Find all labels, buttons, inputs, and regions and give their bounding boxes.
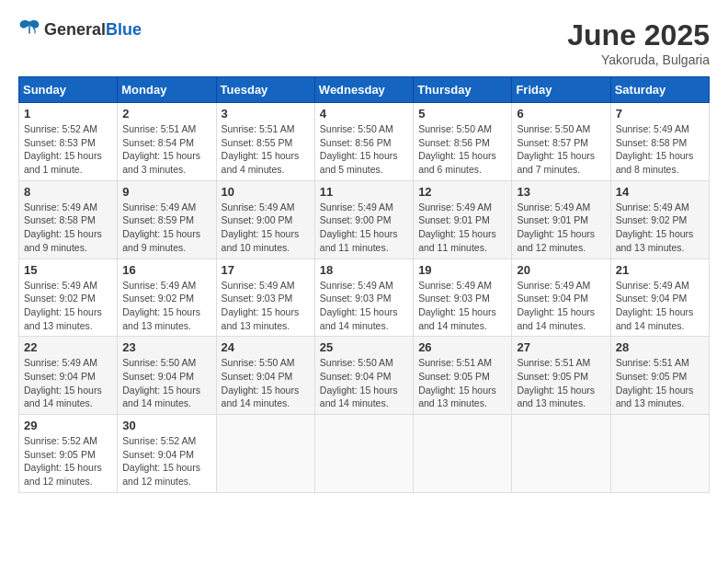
logo-bird-icon	[18, 18, 40, 37]
header-saturday: Saturday	[610, 77, 709, 103]
day-number: 23	[122, 340, 210, 354]
day-info: Sunrise: 5:51 AM Sunset: 8:54 PM Dayligh…	[122, 122, 210, 177]
day-info: Sunrise: 5:49 AM Sunset: 9:03 PM Dayligh…	[222, 279, 310, 333]
day-number: 10	[222, 185, 310, 199]
header-sunday: Sunday	[19, 77, 118, 103]
table-row: 8 Sunrise: 5:49 AM Sunset: 8:58 PM Dayli…	[19, 180, 118, 259]
day-number: 24	[222, 340, 310, 354]
day-info: Sunrise: 5:50 AM Sunset: 9:04 PM Dayligh…	[320, 356, 408, 410]
header-tuesday: Tuesday	[216, 77, 314, 103]
day-info: Sunrise: 5:50 AM Sunset: 8:57 PM Dayligh…	[517, 122, 605, 177]
day-number: 8	[24, 185, 112, 199]
table-row: 12 Sunrise: 5:49 AM Sunset: 9:01 PM Dayl…	[414, 180, 512, 259]
table-row: 18 Sunrise: 5:49 AM Sunset: 9:03 PM Dayl…	[314, 259, 413, 337]
day-number: 11	[320, 185, 408, 199]
table-row: 6 Sunrise: 5:50 AM Sunset: 8:57 PM Dayli…	[512, 103, 610, 181]
logo-text-general: General	[44, 20, 106, 39]
calendar-header-row: Sunday Monday Tuesday Wednesday Thursday…	[19, 77, 710, 103]
day-info: Sunrise: 5:52 AM Sunset: 9:04 PM Dayligh…	[122, 434, 210, 488]
table-row: 5 Sunrise: 5:50 AM Sunset: 8:56 PM Dayli…	[414, 103, 512, 181]
table-row	[314, 415, 413, 493]
table-row: 26 Sunrise: 5:51 AM Sunset: 9:05 PM Dayl…	[414, 337, 512, 415]
day-number: 4	[320, 107, 408, 121]
header-thursday: Thursday	[414, 77, 512, 103]
table-row: 30 Sunrise: 5:52 AM Sunset: 9:04 PM Dayl…	[118, 415, 216, 493]
day-number: 15	[24, 263, 112, 277]
day-info: Sunrise: 5:49 AM Sunset: 9:00 PM Dayligh…	[222, 201, 310, 255]
day-number: 7	[616, 107, 704, 121]
table-row: 20 Sunrise: 5:49 AM Sunset: 9:04 PM Dayl…	[512, 259, 610, 337]
day-info: Sunrise: 5:52 AM Sunset: 8:53 PM Dayligh…	[24, 122, 112, 177]
day-info: Sunrise: 5:49 AM Sunset: 9:00 PM Dayligh…	[320, 201, 408, 255]
table-row	[216, 415, 314, 493]
table-row: 16 Sunrise: 5:49 AM Sunset: 9:02 PM Dayl…	[118, 259, 216, 337]
table-row: 21 Sunrise: 5:49 AM Sunset: 9:04 PM Dayl…	[610, 259, 709, 337]
day-number: 30	[122, 419, 210, 432]
day-number: 27	[517, 340, 605, 354]
day-number: 25	[320, 340, 408, 354]
day-number: 17	[222, 263, 310, 277]
day-info: Sunrise: 5:49 AM Sunset: 9:03 PM Dayligh…	[418, 279, 506, 333]
table-row	[512, 415, 610, 493]
table-row	[414, 415, 512, 493]
day-info: Sunrise: 5:49 AM Sunset: 9:02 PM Dayligh…	[122, 279, 210, 333]
header-monday: Monday	[118, 77, 216, 103]
day-info: Sunrise: 5:49 AM Sunset: 8:58 PM Dayligh…	[616, 122, 704, 177]
day-number: 13	[517, 185, 605, 199]
calendar-week-row: 22 Sunrise: 5:49 AM Sunset: 9:04 PM Dayl…	[19, 337, 710, 415]
day-info: Sunrise: 5:49 AM Sunset: 9:04 PM Dayligh…	[24, 356, 112, 410]
day-number: 5	[418, 107, 506, 121]
day-number: 12	[418, 185, 506, 199]
day-number: 16	[122, 263, 210, 277]
day-info: Sunrise: 5:49 AM Sunset: 8:58 PM Dayligh…	[24, 201, 112, 255]
table-row: 3 Sunrise: 5:51 AM Sunset: 8:55 PM Dayli…	[216, 103, 314, 181]
table-row: 24 Sunrise: 5:50 AM Sunset: 9:04 PM Dayl…	[216, 337, 314, 415]
table-row: 7 Sunrise: 5:49 AM Sunset: 8:58 PM Dayli…	[610, 103, 709, 181]
day-info: Sunrise: 5:50 AM Sunset: 8:56 PM Dayligh…	[320, 122, 408, 177]
day-number: 2	[122, 107, 210, 121]
calendar-week-row: 15 Sunrise: 5:49 AM Sunset: 9:02 PM Dayl…	[19, 259, 710, 337]
day-info: Sunrise: 5:49 AM Sunset: 9:02 PM Dayligh…	[24, 279, 112, 333]
logo: GeneralBlue	[18, 18, 142, 40]
table-row: 11 Sunrise: 5:49 AM Sunset: 9:00 PM Dayl…	[314, 180, 413, 259]
month-title: June 2025	[567, 18, 710, 52]
day-number: 18	[320, 263, 408, 277]
table-row: 25 Sunrise: 5:50 AM Sunset: 9:04 PM Dayl…	[314, 337, 413, 415]
day-number: 26	[418, 340, 506, 354]
day-number: 14	[616, 185, 704, 199]
day-info: Sunrise: 5:49 AM Sunset: 9:04 PM Dayligh…	[616, 279, 704, 333]
table-row: 29 Sunrise: 5:52 AM Sunset: 9:05 PM Dayl…	[19, 415, 118, 493]
table-row: 13 Sunrise: 5:49 AM Sunset: 9:01 PM Dayl…	[512, 180, 610, 259]
table-row: 2 Sunrise: 5:51 AM Sunset: 8:54 PM Dayli…	[118, 103, 216, 181]
header-friday: Friday	[512, 77, 610, 103]
day-info: Sunrise: 5:50 AM Sunset: 9:04 PM Dayligh…	[222, 356, 310, 410]
day-info: Sunrise: 5:50 AM Sunset: 9:04 PM Dayligh…	[122, 356, 210, 410]
day-number: 6	[517, 107, 605, 121]
day-number: 1	[24, 107, 112, 121]
day-info: Sunrise: 5:52 AM Sunset: 9:05 PM Dayligh…	[24, 434, 112, 488]
day-info: Sunrise: 5:49 AM Sunset: 9:01 PM Dayligh…	[517, 201, 605, 255]
calendar-week-row: 8 Sunrise: 5:49 AM Sunset: 8:58 PM Dayli…	[19, 180, 710, 259]
table-row	[610, 415, 709, 493]
day-info: Sunrise: 5:49 AM Sunset: 9:01 PM Dayligh…	[418, 201, 506, 255]
location-subtitle: Yakoruda, Bulgaria	[567, 52, 710, 67]
day-info: Sunrise: 5:49 AM Sunset: 9:02 PM Dayligh…	[616, 201, 704, 255]
day-info: Sunrise: 5:51 AM Sunset: 9:05 PM Dayligh…	[517, 356, 605, 410]
day-number: 21	[616, 263, 704, 277]
day-number: 22	[24, 340, 112, 354]
page-header: GeneralBlue June 2025 Yakoruda, Bulgaria	[18, 18, 710, 67]
table-row: 28 Sunrise: 5:51 AM Sunset: 9:05 PM Dayl…	[610, 337, 709, 415]
logo-text-blue: Blue	[106, 20, 142, 39]
table-row: 17 Sunrise: 5:49 AM Sunset: 9:03 PM Dayl…	[216, 259, 314, 337]
table-row: 15 Sunrise: 5:49 AM Sunset: 9:02 PM Dayl…	[19, 259, 118, 337]
table-row: 19 Sunrise: 5:49 AM Sunset: 9:03 PM Dayl…	[414, 259, 512, 337]
day-number: 29	[24, 419, 112, 432]
day-number: 28	[616, 340, 704, 354]
day-info: Sunrise: 5:51 AM Sunset: 8:55 PM Dayligh…	[222, 122, 310, 177]
day-number: 19	[418, 263, 506, 277]
table-row: 10 Sunrise: 5:49 AM Sunset: 9:00 PM Dayl…	[216, 180, 314, 259]
day-number: 20	[517, 263, 605, 277]
table-row: 27 Sunrise: 5:51 AM Sunset: 9:05 PM Dayl…	[512, 337, 610, 415]
table-row: 23 Sunrise: 5:50 AM Sunset: 9:04 PM Dayl…	[118, 337, 216, 415]
day-info: Sunrise: 5:51 AM Sunset: 9:05 PM Dayligh…	[616, 356, 704, 410]
